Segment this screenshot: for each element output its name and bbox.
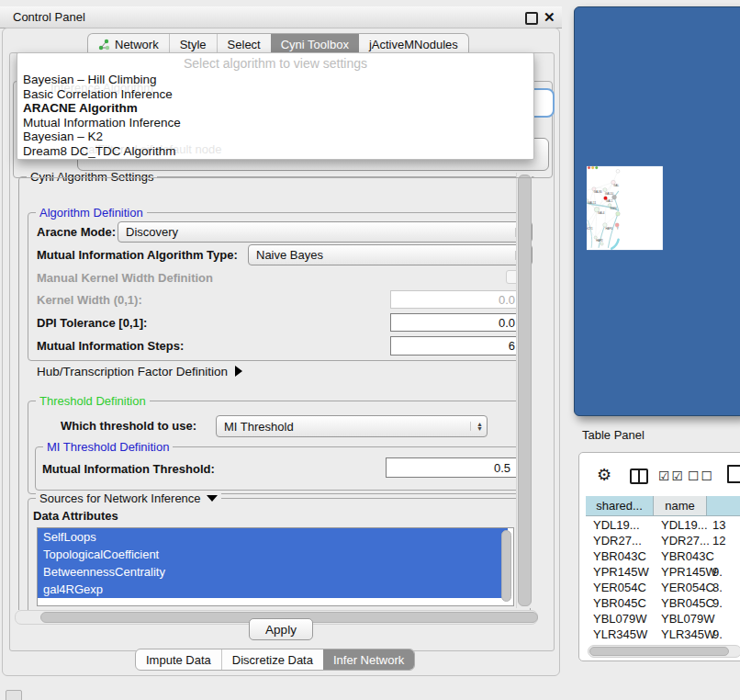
table-cell[interactable]: 13: [712, 518, 725, 532]
tab-style[interactable]: Style: [169, 34, 217, 54]
algorithm-option[interactable]: Mutual Information Inference: [21, 116, 530, 130]
network-node-label: HAP2: [596, 239, 603, 243]
data-attribute-item[interactable]: BetweennessCentrality: [38, 563, 508, 581]
network-node[interactable]: [608, 204, 611, 208]
table-cell[interactable]: YBL079W: [593, 612, 647, 626]
tab-discretize-data[interactable]: Discretize Data: [221, 649, 323, 670]
table-cell[interactable]: YLR345W: [593, 627, 647, 641]
document-icon[interactable]: [727, 465, 740, 483]
network-node[interactable]: [603, 188, 607, 192]
algorithm-option[interactable]: Bayesian – K2: [21, 130, 530, 144]
tab-impute-data[interactable]: Impute Data: [136, 649, 221, 670]
tab-infer-network[interactable]: Infer Network: [323, 649, 414, 670]
mi-steps-field[interactable]: 6: [390, 336, 521, 356]
bottom-tabs: Impute Data Discretize Data Infer Networ…: [135, 649, 415, 671]
network-node[interactable]: [587, 199, 589, 202]
table-cell[interactable]: YLR345W: [661, 627, 715, 641]
dock-icon[interactable]: [6, 690, 22, 700]
table-column-header[interactable]: shared...: [586, 496, 654, 516]
mi-threshold-title: MI Threshold Definition: [43, 440, 173, 454]
table-cell[interactable]: YDL19...: [661, 518, 708, 532]
checked-boxes-icon[interactable]: ☑☑: [658, 469, 685, 483]
which-threshold-combo[interactable]: MI Threshold ▲▼: [216, 415, 488, 437]
network-node[interactable]: [616, 211, 621, 216]
close-traffic-light[interactable]: [588, 166, 590, 169]
table-cell[interactable]: 9.: [712, 565, 723, 579]
algorithm-option[interactable]: ARACNE Algorithm: [21, 101, 530, 116]
table-cell[interactable]: YPR145W: [661, 565, 717, 579]
threshold-definition-title: Threshold Definition: [36, 394, 150, 408]
data-attribute-item[interactable]: TopologicalCoefficient: [38, 546, 508, 563]
network-node[interactable]: [612, 195, 617, 199]
table-cell[interactable]: YBR043C: [661, 549, 714, 563]
network-node-label: GAL4: [598, 211, 605, 215]
tab-network[interactable]: Network: [88, 34, 169, 54]
dpi-tolerance-label: DPI Tolerance [0,1]:: [37, 313, 147, 332]
attribute-list-scrollbar[interactable]: [501, 530, 511, 602]
table-cell[interactable]: 9.: [712, 596, 723, 610]
network-node[interactable]: [615, 223, 619, 227]
table-hscrollbar-thumb[interactable]: [589, 647, 729, 656]
tab-jactivemnodules[interactable]: jActiveMNodules: [359, 34, 468, 54]
table-cell[interactable]: 9.: [712, 627, 723, 641]
table-column-header[interactable]: [707, 496, 740, 516]
table-cell[interactable]: YDR27...: [593, 534, 642, 548]
mi-algorithm-type-label: Mutual Information Algorithm Type:: [37, 245, 238, 264]
table-cell[interactable]: YBR045C: [593, 596, 646, 610]
table-cell[interactable]: YBL079W: [661, 612, 715, 626]
expanded-arrow-icon: [207, 495, 218, 502]
settings-vscrollbar-thumb[interactable]: [518, 175, 532, 606]
unchecked-boxes-icon[interactable]: ☐☐: [688, 469, 714, 483]
algorithm-option[interactable]: Dream8 DC_TDC Algorithm: [21, 144, 530, 159]
algorithm-definition-title: Algorithm Definition: [36, 206, 147, 220]
columns-icon[interactable]: [630, 469, 648, 484]
aracne-mode-label: Aracne Mode:: [37, 222, 116, 241]
network-node-label: GAL10: [605, 192, 613, 196]
kernel-width-label: Kernel Width (0,1):: [37, 290, 142, 309]
apply-button[interactable]: Apply: [249, 618, 313, 640]
algorithm-option[interactable]: Basic Correlation Inference: [21, 87, 530, 102]
table-cell[interactable]: YDR27...: [661, 534, 710, 548]
minimize-traffic-light[interactable]: [591, 166, 594, 169]
manual-kernel-width-label: Manual Kernel Width Definition: [37, 268, 213, 287]
data-attributes-list[interactable]: SelfLoopsTopologicalCoefficientBetweenne…: [37, 527, 514, 606]
network-node-label: GAL: [613, 184, 619, 187]
network-node[interactable]: [600, 243, 603, 245]
zoom-traffic-light[interactable]: [595, 166, 598, 169]
aracne-mode-combo[interactable]: Discovery ▲▼: [118, 221, 533, 243]
table-cell[interactable]: YBR043C: [593, 549, 646, 563]
network-node[interactable]: [616, 169, 620, 173]
dpi-tolerance-field[interactable]: 0.0: [390, 313, 521, 332]
close-icon[interactable]: ✕: [544, 13, 555, 22]
table-cell[interactable]: YDL19...: [593, 518, 640, 532]
table-cell[interactable]: YBR045C: [661, 596, 714, 610]
table-column-header[interactable]: name: [654, 496, 707, 516]
mi-algorithm-type-combo[interactable]: Naive Bayes ▲▼: [248, 244, 533, 265]
network-node-label: GAL11: [588, 201, 596, 205]
mi-steps-label: Mutual Information Steps:: [37, 336, 184, 355]
data-attribute-item[interactable]: SelfLoops: [38, 528, 508, 546]
table-cell[interactable]: YER054C: [661, 581, 714, 594]
control-panel-tabs: Network Style Select Cyni Toolbox jActiv…: [87, 33, 469, 54]
algorithm-list: Bayesian – Hill ClimbingBasic Correlatio…: [21, 73, 530, 159]
table-cell[interactable]: 8.: [712, 581, 723, 594]
algorithm-option[interactable]: Bayesian – Hill Climbing: [21, 73, 530, 87]
kernel-width-field[interactable]: 0.0: [390, 290, 521, 309]
network-node-label: GAL1: [606, 199, 613, 203]
sources-title: Sources for Network Inference: [36, 491, 221, 505]
data-attribute-item[interactable]: gal4RGexp: [38, 581, 508, 598]
gear-icon[interactable]: ⚙: [597, 465, 611, 485]
mi-threshold-label: Mutual Information Threshold:: [42, 459, 215, 478]
table-cell[interactable]: YPR145W: [593, 565, 649, 579]
tab-cyni-toolbox[interactable]: Cyni Toolbox: [271, 34, 359, 54]
network-canvas[interactable]: GALGAL80GAL10GAL11GAL1SWI4GAL4GCY1HAP4YH…: [587, 12, 740, 404]
network-node[interactable]: [604, 197, 608, 200]
table-cell[interactable]: YER054C: [593, 581, 646, 594]
table-header: shared...name: [586, 496, 740, 517]
table-cell[interactable]: 12: [712, 534, 725, 548]
float-window-icon[interactable]: [525, 12, 538, 25]
hub-definition-toggle[interactable]: Hub/Transcription Factor Definition: [37, 362, 242, 380]
mi-threshold-field[interactable]: 0.5: [386, 457, 517, 478]
tab-select[interactable]: Select: [217, 34, 271, 54]
network-node-label: HAP4: [606, 227, 613, 231]
